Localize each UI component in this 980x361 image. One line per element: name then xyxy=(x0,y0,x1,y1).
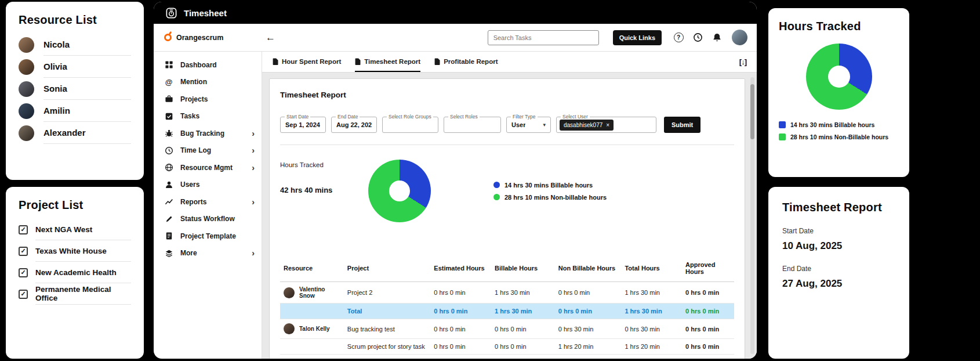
sidebar-item-status-workflow[interactable]: Status Workflow xyxy=(154,211,262,228)
estimated-hours-cell: 0 hrs 0 min xyxy=(430,319,491,339)
timesheet-app-icon xyxy=(165,7,177,19)
total-hours-cell: 1 hrs 30 min xyxy=(621,304,682,319)
dashboard-grid-icon xyxy=(164,60,173,69)
sidebar-collapse-button[interactable]: ← xyxy=(262,31,279,44)
resource-name: Sonia xyxy=(43,78,131,100)
column-header-project: Project xyxy=(344,257,430,282)
end-date-field[interactable]: End Date Aug 22, 2025 xyxy=(331,117,377,133)
start-date-field[interactable]: Start Date Sep 1, 2024 xyxy=(280,117,326,133)
resource-list: Nicola Olivia Sonia Amilin Alexander xyxy=(19,34,131,144)
resource-item-nicola[interactable]: Nicola xyxy=(19,34,131,56)
vertical-scrollbar[interactable] xyxy=(750,77,754,354)
non-billable-hours-cell: 0 hrs 0 min xyxy=(555,304,622,319)
hours-tracked-panel-title: Hours Tracked xyxy=(779,20,899,33)
avatar xyxy=(19,103,34,119)
estimated-hours-cell: 0 hrs 0 min xyxy=(430,339,491,355)
resource-item-olivia[interactable]: Olivia xyxy=(19,56,131,78)
sidebar-item-tasks[interactable]: Tasks xyxy=(154,108,262,125)
legend-item: 14 hrs 30 mins Billable hours xyxy=(493,182,607,189)
sidebar-item-projects[interactable]: Projects xyxy=(154,91,262,108)
chevron-right-icon: › xyxy=(252,198,255,206)
legend-swatch xyxy=(493,194,500,200)
orangescrum-brand[interactable]: Orangescrum xyxy=(154,34,262,42)
checkbox-checked[interactable]: ✓ xyxy=(19,268,28,277)
hours-tracked-panel: Hours Tracked 14 hrs 30 mins Billable ho… xyxy=(768,8,909,177)
sidebar-item-mention[interactable]: @ Mention xyxy=(154,74,262,91)
legend-item: 28 hrs 10 mins Non-billable hours xyxy=(493,194,607,201)
select-user-field[interactable]: Select User dasabhisek077 × xyxy=(556,117,656,133)
avatar xyxy=(284,287,295,298)
filter-type-select[interactable]: Filter Type User ▾ xyxy=(506,117,551,133)
timesheet-dates-title: Timesheet Report xyxy=(782,201,895,214)
tab-profitable-report[interactable]: Profitable Report xyxy=(434,52,498,72)
project-name: New Academic Health xyxy=(35,262,131,283)
column-header-non-billable-hours: Non Billable Hours xyxy=(555,257,622,282)
template-icon xyxy=(164,232,173,240)
expand-icon[interactable]: [↓] xyxy=(739,57,746,66)
approved-hours-cell: 0 hrs 0 min xyxy=(682,304,734,319)
search-input[interactable] xyxy=(488,30,599,45)
scrollbar-thumb[interactable] xyxy=(750,84,754,139)
hours-donut-chart xyxy=(368,160,431,222)
column-header-billable-hours: Billable Hours xyxy=(491,257,555,282)
project-item-next-nga-west[interactable]: ✓ Next NGA West xyxy=(19,219,131,240)
end-date-value: 27 Aug, 2025 xyxy=(782,278,895,290)
clock-icon[interactable] xyxy=(691,33,704,42)
tab-timesheet-report[interactable]: Timesheet Report xyxy=(355,52,420,72)
tab-hour-spent-report[interactable]: Hour Spent Report xyxy=(273,52,341,72)
project-name: Permanente Medical Office xyxy=(35,283,131,305)
sidebar-item-dashboard[interactable]: Dashboard xyxy=(154,56,262,74)
resource-name: Nicola xyxy=(43,34,131,56)
sidebar-item-reports[interactable]: Reports › xyxy=(154,193,262,211)
quick-links-button[interactable]: Quick Links xyxy=(613,30,662,45)
estimated-hours-cell: 0 hrs 0 min xyxy=(430,304,491,319)
report-tabs: Hour Spent Report Timesheet Report Profi… xyxy=(262,52,757,73)
chip-remove-icon[interactable]: × xyxy=(606,122,609,128)
sidebar-item-project-template[interactable]: Project Template xyxy=(154,228,262,245)
timesheet-table: ResourceProjectEstimated HoursBillable H… xyxy=(280,257,734,355)
hours-tracked-total: 42 hrs 40 mins xyxy=(280,186,368,194)
column-header-resource: Resource xyxy=(280,257,344,282)
column-header-approved-hours: Approved Hours xyxy=(682,257,734,282)
resource-cell: Valentino Snow xyxy=(284,286,340,299)
sidebar-item-resource-mgmt[interactable]: Resource Mgmt › xyxy=(154,159,262,176)
project-item-new-academic-health[interactable]: ✓ New Academic Health xyxy=(19,262,131,283)
table-row: Scrum project for story task 0 hrs 0 min… xyxy=(280,339,734,355)
clock-icon xyxy=(164,146,173,155)
billable-hours-cell: 0 hrs 0 min xyxy=(491,319,555,339)
bell-icon[interactable] xyxy=(710,33,723,42)
role-groups-field[interactable]: Select Role Groups xyxy=(382,117,438,133)
project-name: Texas White House xyxy=(35,240,131,262)
sidebar-item-more[interactable]: More › xyxy=(154,245,262,262)
help-icon[interactable]: ? xyxy=(672,33,685,42)
at-icon: @ xyxy=(164,78,173,86)
project-item-permanente-medical-office[interactable]: ✓ Permanente Medical Office xyxy=(19,283,131,305)
sidebar-item-time-log[interactable]: Time Log › xyxy=(154,142,262,160)
sidebar-item-bug-tracking[interactable]: Bug Tracking › xyxy=(154,125,262,142)
end-date-label: End Date xyxy=(782,265,895,273)
table-row: Total 0 hrs 0 min 1 hrs 30 min 0 hrs 0 m… xyxy=(280,304,734,319)
avatar xyxy=(19,81,34,97)
avatar xyxy=(19,125,34,141)
project-cell: Total xyxy=(344,304,430,319)
resource-item-alexander[interactable]: Alexander xyxy=(19,122,131,144)
start-date-value: 10 Aug, 2025 xyxy=(782,240,895,252)
user-avatar[interactable] xyxy=(732,30,747,45)
legend-swatch xyxy=(779,121,786,128)
project-item-texas-white-house[interactable]: ✓ Texas White House xyxy=(19,240,131,262)
layers-icon xyxy=(164,249,173,258)
brand-name: Orangescrum xyxy=(176,34,223,42)
submit-button[interactable]: Submit xyxy=(664,117,700,133)
checkbox-checked[interactable]: ✓ xyxy=(19,290,28,299)
timesheet-window: Timesheet Orangescrum ← Quick Links ? Da… xyxy=(154,2,757,359)
resource-item-sonia[interactable]: Sonia xyxy=(19,78,131,100)
roles-field[interactable]: Select Roles xyxy=(444,117,501,133)
resource-item-amilin[interactable]: Amilin xyxy=(19,100,131,122)
non-billable-hours-cell: 0 hrs 30 min xyxy=(555,319,622,339)
sidebar-item-users[interactable]: Users xyxy=(154,176,262,194)
checkbox-checked[interactable]: ✓ xyxy=(19,247,28,256)
selected-user-chip: dasabhisek077 × xyxy=(560,120,614,131)
hours-tracked-section: Hours Tracked 42 hrs 40 mins 14 hrs 30 m… xyxy=(280,145,734,237)
table-row: Valentino Snow Project 2 0 hrs 0 min 1 h… xyxy=(280,282,734,304)
checkbox-checked[interactable]: ✓ xyxy=(19,225,28,234)
